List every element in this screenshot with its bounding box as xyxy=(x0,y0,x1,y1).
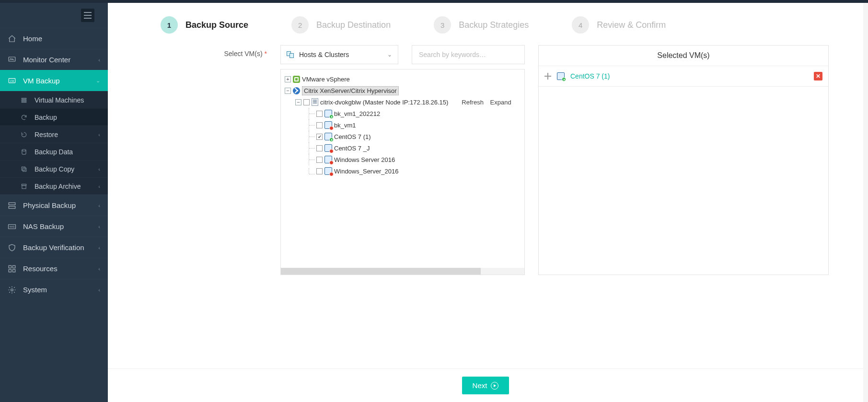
wizard-steps: 1 Backup Source 2 Backup Destination 3 B… xyxy=(108,3,863,45)
vm-icon xyxy=(324,133,332,140)
horizontal-scrollbar[interactable] xyxy=(281,268,524,275)
sidebar-item-nas-backup[interactable]: NAS NAS Backup ‹ xyxy=(0,216,108,237)
tree-node-vm[interactable]: bk_vm1 xyxy=(285,119,521,131)
sidebar: Home Monitor Center ‹ VM VM Backup ⌄ Vir… xyxy=(0,3,108,402)
select-vms-label: Select VM(s)* xyxy=(142,45,267,57)
main-content: 1 Backup Source 2 Backup Destination 3 B… xyxy=(108,3,863,402)
step-number: 3 xyxy=(434,16,451,34)
vsphere-icon xyxy=(293,76,300,83)
svg-rect-11 xyxy=(9,203,15,205)
tree-vm-label: bk_vm1_202212 xyxy=(334,110,380,117)
collapse-icon[interactable]: − xyxy=(285,88,291,94)
selected-vms-panel: Selected VM(s) CentOS 7 (1)✕ xyxy=(538,45,829,275)
host-checkbox[interactable] xyxy=(303,99,310,105)
sidebar-item-physical-backup[interactable]: Physical Backup ‹ xyxy=(0,195,108,216)
step-number: 1 xyxy=(161,16,178,34)
sidebar-item-monitor-center[interactable]: Monitor Center ‹ xyxy=(0,49,108,70)
dropdown-value: Hosts & Clusters xyxy=(299,51,383,58)
expand-icon[interactable]: + xyxy=(285,76,291,82)
selected-vm-row: CentOS 7 (1)✕ xyxy=(539,66,828,87)
sidebar-sub-backup-copy[interactable]: Backup Copy ‹ xyxy=(0,160,108,177)
vm-checkbox[interactable] xyxy=(316,145,323,151)
refresh-icon xyxy=(20,114,28,121)
vm-icon: VM xyxy=(8,77,16,85)
svg-text:NAS: NAS xyxy=(10,225,15,228)
selected-panel-title: Selected VM(s) xyxy=(539,46,828,66)
sidebar-toggle-icon[interactable] xyxy=(81,9,94,22)
step-number: 4 xyxy=(572,16,589,34)
tree-node-citrix[interactable]: − Citrix XenServer/Citrix Hypervisor xyxy=(285,85,521,96)
sidebar-item-label: Backup Copy xyxy=(35,165,92,173)
tree-node-vm[interactable]: Windows Server 2016 xyxy=(285,154,521,165)
sidebar-item-label: Backup Archive xyxy=(35,183,92,190)
monitor-icon xyxy=(8,56,16,64)
collapse-icon[interactable]: − xyxy=(295,99,301,105)
sidebar-sub-backup[interactable]: Backup xyxy=(0,108,108,126)
sidebar-item-system[interactable]: System ‹ xyxy=(0,279,108,300)
chevron-left-icon: ‹ xyxy=(98,245,100,251)
vm-checkbox[interactable] xyxy=(316,157,323,163)
tree-node-vm[interactable]: bk_vm1_202212 xyxy=(285,108,521,119)
chevron-left-icon: ‹ xyxy=(98,287,100,293)
svg-rect-10 xyxy=(22,185,26,188)
citrix-icon xyxy=(293,87,300,94)
svg-rect-5 xyxy=(22,101,26,102)
wizard-step-3[interactable]: 3 Backup Strategies xyxy=(434,16,529,34)
sidebar-item-home[interactable]: Home xyxy=(0,28,108,49)
chevron-left-icon: ‹ xyxy=(98,132,100,138)
sidebar-item-label: Backup xyxy=(35,114,100,121)
remove-selected-button[interactable]: ✕ xyxy=(814,72,822,80)
wizard-step-2[interactable]: 2 Backup Destination xyxy=(291,16,391,34)
hosts-clusters-icon xyxy=(287,51,295,58)
step-number: 2 xyxy=(291,16,309,34)
wizard-step-4[interactable]: 4 Review & Confirm xyxy=(572,16,666,34)
tree-node-vmware[interactable]: + VMware vSphere xyxy=(285,73,521,85)
tree-vm-label: Windows Server 2016 xyxy=(334,156,395,163)
sidebar-item-label: Virtual Machines xyxy=(35,96,100,104)
refresh-link[interactable]: Refresh xyxy=(462,99,484,106)
expand-link[interactable]: Expand xyxy=(490,99,511,106)
svg-rect-18 xyxy=(13,269,15,272)
sidebar-sub-restore[interactable]: Restore ‹ xyxy=(0,126,108,143)
vm-checkbox[interactable] xyxy=(316,122,323,128)
sidebar-item-label: VM Backup xyxy=(23,77,89,85)
next-button-label: Next xyxy=(473,381,487,390)
sidebar-sub-backup-data[interactable]: Backup Data xyxy=(0,143,108,160)
chevron-left-icon: ‹ xyxy=(98,266,100,272)
sidebar-item-vm-backup[interactable]: VM VM Backup ⌄ xyxy=(0,70,108,91)
vm-checkbox[interactable]: ✔ xyxy=(316,134,323,140)
tree-node-vm[interactable]: CentOS 7 _J xyxy=(285,142,521,154)
svg-rect-17 xyxy=(9,269,11,272)
svg-rect-16 xyxy=(13,265,15,268)
search-input[interactable] xyxy=(419,51,518,58)
sidebar-item-resources[interactable]: Resources ‹ xyxy=(0,258,108,279)
gear-icon xyxy=(8,286,16,294)
sidebar-item-label: System xyxy=(23,286,92,294)
chevron-left-icon: ‹ xyxy=(98,203,100,208)
archive-icon xyxy=(20,183,28,190)
expand-selected-icon[interactable] xyxy=(544,73,551,80)
view-dropdown[interactable]: Hosts & Clusters ⌄ xyxy=(280,45,398,64)
sidebar-item-backup-verification[interactable]: Backup Verification ‹ xyxy=(0,237,108,258)
tree-node-vm[interactable]: Windows_Server_2016 xyxy=(285,165,521,177)
vm-icon xyxy=(324,110,332,117)
chevron-down-icon: ⌄ xyxy=(387,51,392,58)
shield-icon xyxy=(8,243,16,252)
search-box[interactable] xyxy=(412,45,525,64)
tree-node-vm[interactable]: ✔CentOS 7 (1) xyxy=(285,131,521,142)
sidebar-sub-backup-archive[interactable]: Backup Archive ‹ xyxy=(0,177,108,195)
server-icon xyxy=(8,201,16,210)
copy-icon xyxy=(20,165,28,173)
vm-checkbox[interactable] xyxy=(316,111,323,117)
sidebar-item-label: Physical Backup xyxy=(23,201,92,209)
sidebar-item-label: Home xyxy=(23,34,100,43)
tree-vm-label: Windows_Server_2016 xyxy=(334,168,398,175)
next-button[interactable]: Next xyxy=(462,377,509,394)
vm-checkbox[interactable] xyxy=(316,168,323,174)
wizard-step-1[interactable]: 1 Backup Source xyxy=(161,16,248,34)
tree-node-host[interactable]: − citrix-dvokgblw (Master Node IP:172.18… xyxy=(285,96,521,108)
sidebar-sub-virtual-machines[interactable]: Virtual Machines xyxy=(0,91,108,108)
database-icon xyxy=(20,148,28,156)
list-icon xyxy=(20,96,28,104)
right-scrollbar-track[interactable] xyxy=(863,3,868,402)
